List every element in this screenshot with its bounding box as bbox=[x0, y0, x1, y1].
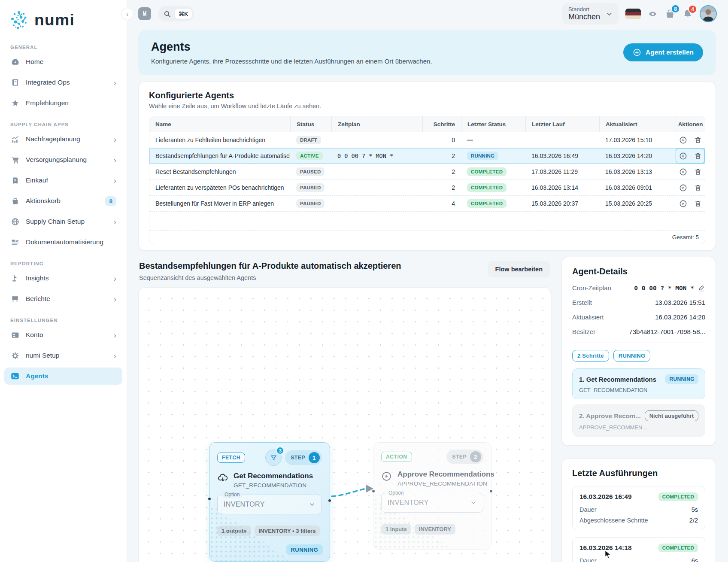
execution-run[interactable]: 16.03.2026 14:18 COMPLETED Dauer6s bbox=[572, 537, 705, 562]
sidebar-item-label: Dokumentautomatisierung bbox=[26, 238, 116, 246]
updated-at: 16.03.2026 13:13 bbox=[599, 164, 676, 179]
search-shortcut: ⌘K bbox=[175, 9, 192, 19]
flow-canvas[interactable]: FETCH 3 STEP 1 bbox=[138, 287, 551, 562]
last-run: 15.03.2026 20:37 bbox=[525, 196, 599, 211]
sidebar-item-konto[interactable]: Konto › bbox=[4, 326, 122, 343]
table-row[interactable]: Lieferanten zu verspäteten POs benachric… bbox=[149, 179, 705, 195]
sidebar-item-label: numi Setup bbox=[26, 352, 108, 359]
detail-step-1[interactable]: 1. Get Recommendations RUNNING GET_RECOM… bbox=[572, 368, 705, 399]
location-selector[interactable]: Standort München bbox=[562, 3, 619, 24]
edit-flow-button[interactable]: Flow bearbeiten bbox=[488, 261, 550, 277]
run-status-badge: COMPLETED bbox=[658, 544, 698, 552]
plus-circle-icon bbox=[633, 48, 641, 57]
flag-germany-icon[interactable] bbox=[625, 9, 641, 19]
table-row[interactable]: Reset Bestandsempfehlungen PAUSED 2 COMP… bbox=[149, 164, 705, 179]
connection-handle[interactable] bbox=[208, 498, 211, 500]
run-duration-value: 6s bbox=[692, 557, 698, 562]
numi-logo-icon bbox=[9, 10, 29, 30]
visibility-button[interactable] bbox=[648, 9, 658, 19]
connection-handle[interactable] bbox=[372, 490, 375, 492]
library-button[interactable] bbox=[138, 7, 151, 20]
sidebar-item-insights[interactable]: Insights › bbox=[4, 270, 122, 287]
sidebar-item-agents[interactable]: Agents bbox=[4, 368, 122, 385]
journal-icon bbox=[10, 78, 20, 87]
filter-count-badge: 3 bbox=[276, 447, 284, 455]
sidebar-item-dokumentautomatisierung[interactable]: Dokumentautomatisierung bbox=[4, 234, 122, 251]
step-title: 1. Get Recommendations bbox=[579, 376, 656, 383]
run-agent-button[interactable] bbox=[679, 200, 687, 208]
brand-logo: numi bbox=[0, 0, 127, 34]
last-status-badge: COMPLETED bbox=[467, 167, 507, 176]
last-run: 16.03.2026 16:49 bbox=[525, 148, 599, 164]
chevron-right-icon: › bbox=[114, 79, 116, 87]
sidebar-collapse-button[interactable]: ‹ bbox=[121, 8, 133, 20]
action-basket-button[interactable]: 8 bbox=[664, 8, 676, 19]
sidebar: numi GENERAL Home Integrated Ops › Empfe… bbox=[0, 0, 127, 562]
updated-at: 16.03.2026 14:20 bbox=[599, 148, 676, 164]
execution-run[interactable]: 16.03.2026 16:49 COMPLETED Dauer5s Abges… bbox=[572, 486, 705, 530]
col-letzter-lauf: Letzter Lauf bbox=[525, 116, 599, 132]
step-title: 2. Approve Recom... bbox=[579, 412, 641, 419]
delete-agent-button[interactable] bbox=[694, 152, 702, 160]
agent-schedule bbox=[331, 180, 422, 195]
flow-node-get-recommendations[interactable]: FETCH 3 STEP 1 bbox=[209, 442, 330, 562]
node-type-badge: ACTION bbox=[381, 452, 412, 462]
sidebar-item-versorgungsplanung[interactable]: Versorgungsplanung › bbox=[4, 151, 122, 168]
detail-step-2[interactable]: 2. Approve Recom... Nicht ausgeführt APP… bbox=[572, 404, 705, 437]
eye-icon bbox=[648, 9, 658, 19]
last-run: 17.03.2026 11:29 bbox=[525, 164, 599, 179]
delete-agent-button[interactable] bbox=[694, 168, 702, 176]
sidebar-item-nachfrageplanung[interactable]: Nachfrageplanung › bbox=[4, 131, 122, 148]
flow-node-approve-recommendations[interactable]: ACTION STEP 2 Approve Recommendations AP… bbox=[373, 442, 491, 550]
configured-agents-card: Konfigurierte Agents Wähle eine Zeile au… bbox=[138, 82, 716, 251]
delete-agent-button[interactable] bbox=[694, 136, 702, 144]
bag-icon bbox=[10, 196, 20, 206]
filter-chip[interactable]: 3 bbox=[265, 450, 282, 466]
table-row[interactable]: Lieferanten zu Fehlteilen benachrichtige… bbox=[149, 132, 705, 148]
updated-at: 16.03.2026 09:01 bbox=[599, 180, 676, 195]
sidebar-item-empfehlungen[interactable]: Empfehlungen bbox=[4, 94, 122, 112]
option-select[interactable]: Option INVENTORY bbox=[217, 495, 322, 514]
option-select[interactable]: Option INVENTORY bbox=[381, 493, 483, 513]
run-agent-button[interactable] bbox=[679, 152, 687, 160]
connection-handle[interactable] bbox=[490, 490, 492, 492]
delete-agent-button[interactable] bbox=[694, 200, 702, 207]
option-label: Option bbox=[222, 492, 242, 498]
table-empty-row bbox=[149, 211, 705, 230]
agent-steps-count: 2 bbox=[422, 180, 461, 195]
run-agent-button[interactable] bbox=[679, 168, 687, 176]
user-avatar[interactable] bbox=[700, 5, 717, 22]
sidebar-item-label: Insights bbox=[26, 274, 108, 282]
sidebar-item-berichte[interactable]: Berichte › bbox=[4, 290, 122, 307]
owner-label: Besitzer bbox=[572, 328, 595, 335]
table-row[interactable]: Bestellungen für Fast Mover in ERP anleg… bbox=[149, 195, 705, 211]
recent-executions-card: Letzte Ausführungen 16.03.2026 16:49 COM… bbox=[561, 459, 716, 562]
page-subtitle: Konfigurierte Agents, ihre Prozessschrit… bbox=[151, 58, 432, 65]
col-aktualisiert: Aktualisiert bbox=[599, 116, 676, 132]
sidebar-item-supply-chain-setup[interactable]: Supply Chain Setup › bbox=[4, 213, 122, 230]
sidebar-item-home[interactable]: Home bbox=[4, 53, 122, 70]
chart-trend-icon bbox=[10, 134, 20, 144]
notifications-button[interactable]: 4 bbox=[682, 9, 693, 19]
agent-details-card: Agent-Details Cron-Zeitplan 0 0 00 ? * M… bbox=[561, 257, 716, 446]
search-input[interactable]: ⌘K bbox=[158, 6, 194, 21]
gauge-icon bbox=[10, 57, 20, 67]
create-agent-button[interactable]: Agent erstellen bbox=[623, 43, 703, 61]
sidebar-item-einkauf[interactable]: $ Einkauf › bbox=[4, 172, 122, 189]
sidebar-section-general: GENERAL bbox=[10, 45, 116, 50]
agent-name: Lieferanten zu verspäteten POs benachric… bbox=[149, 180, 290, 195]
col-schritte: Schritte bbox=[422, 116, 461, 132]
flow-section: Bestandsempfehlungen für A-Produkte auto… bbox=[138, 257, 551, 562]
run-agent-button[interactable] bbox=[679, 136, 687, 144]
pencil-icon[interactable] bbox=[698, 284, 705, 292]
sidebar-item-aktionskorb[interactable]: Aktionskorb 8 bbox=[4, 192, 122, 210]
sidebar-item-integrated-ops[interactable]: Integrated Ops › bbox=[4, 74, 122, 91]
receipt-dollar-icon: $ bbox=[10, 176, 20, 185]
location-label: Standort bbox=[568, 6, 600, 12]
sidebar-item-numi-setup[interactable]: numi Setup › bbox=[4, 347, 122, 364]
run-agent-button[interactable] bbox=[679, 184, 687, 192]
delete-agent-button[interactable] bbox=[694, 184, 702, 191]
sidebar-section-reporting: REPORTING bbox=[10, 261, 116, 266]
sidebar-item-label: Nachfrageplanung bbox=[26, 135, 108, 143]
table-row-selected[interactable]: Bestandsempfehlungen für A-Produkte auto… bbox=[149, 148, 705, 164]
